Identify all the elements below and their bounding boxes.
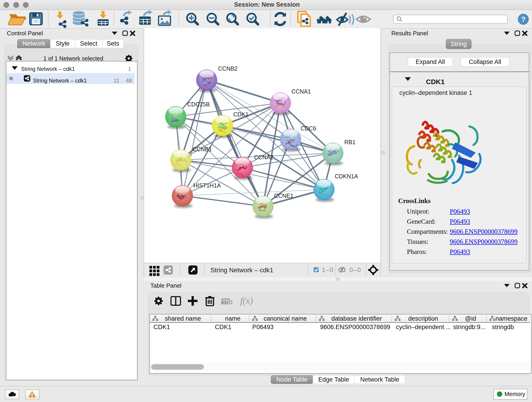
svg-text:CCNB2: CCNB2 [218,65,238,72]
svg-text:CCNE1: CCNE1 [274,192,293,199]
svg-text:CCNA2: CCNA2 [254,154,273,160]
svg-text:CDK1: CDK1 [233,111,249,118]
svg-text:CDC6: CDC6 [301,125,316,132]
svg-text:CDKN1A: CDKN1A [335,173,358,179]
svg-text:CCNB1: CCNB1 [192,146,212,153]
svg-text:HIST1H1A: HIST1H1A [193,182,221,189]
svg-text:CDC25B: CDC25B [187,101,210,108]
svg-text:RB1: RB1 [344,139,355,145]
svg-text:CCNA1: CCNA1 [291,88,311,95]
